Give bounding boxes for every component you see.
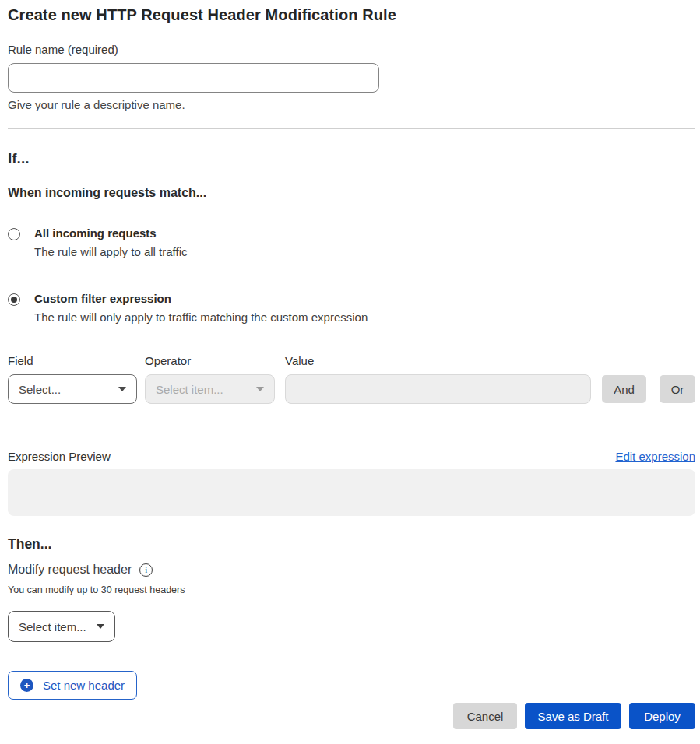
chevron-down-icon xyxy=(256,387,264,391)
rule-name-helper: Give your rule a descriptive name. xyxy=(8,98,695,111)
match-subheading: When incoming requests match... xyxy=(8,186,695,200)
radio-option-all-incoming[interactable]: All incoming requests The rule will appl… xyxy=(8,226,695,258)
rule-name-label: Rule name (required) xyxy=(8,43,695,56)
field-select-value: Select... xyxy=(19,383,61,396)
value-column: Value xyxy=(285,354,591,404)
edit-expression-link[interactable]: Edit expression xyxy=(615,450,695,463)
if-heading: If... xyxy=(8,150,695,167)
rule-name-input[interactable] xyxy=(8,63,379,93)
field-label: Field xyxy=(8,354,137,367)
modify-header-row: Modify request header i xyxy=(8,563,695,577)
create-rule-page: Create new HTTP Request Header Modificat… xyxy=(0,0,700,729)
page-title: Create new HTTP Request Header Modificat… xyxy=(8,6,695,24)
modify-header-label: Modify request header xyxy=(8,563,132,577)
expression-builder-row: Field Select... Operator Select item... … xyxy=(8,354,695,404)
value-input xyxy=(285,374,591,404)
set-new-header-button[interactable]: + Set new header xyxy=(8,671,137,700)
radio-unselected-icon[interactable] xyxy=(8,228,20,240)
footer-actions: Cancel Save as Draft Deploy xyxy=(8,703,695,729)
header-item-select-value: Select item... xyxy=(19,620,86,633)
field-column: Field Select... xyxy=(8,354,137,404)
operator-select-value: Select item... xyxy=(156,383,223,396)
deploy-button[interactable]: Deploy xyxy=(629,703,695,729)
and-button[interactable]: And xyxy=(602,375,646,403)
expression-preview-box xyxy=(8,469,695,516)
cancel-button[interactable]: Cancel xyxy=(453,703,517,729)
radio-option-texts: Custom filter expression The rule will o… xyxy=(34,292,368,324)
value-label: Value xyxy=(285,354,591,367)
radio-option-custom-filter[interactable]: Custom filter expression The rule will o… xyxy=(8,292,695,324)
info-icon[interactable]: i xyxy=(139,563,153,577)
operator-select: Select item... xyxy=(145,374,275,404)
modify-header-helper: You can modify up to 30 request headers xyxy=(8,584,695,595)
operator-label: Operator xyxy=(145,354,275,367)
expression-preview-label: Expression Preview xyxy=(8,450,111,463)
operator-column: Operator Select item... xyxy=(145,354,275,404)
radio-option-texts: All incoming requests The rule will appl… xyxy=(34,226,187,258)
header-item-select[interactable]: Select item... xyxy=(8,611,115,642)
radio-selected-icon[interactable] xyxy=(8,293,20,306)
chevron-down-icon xyxy=(118,387,126,391)
radio-option-label[interactable]: Custom filter expression xyxy=(34,292,368,305)
radio-option-description: The rule will only apply to traffic matc… xyxy=(34,311,368,324)
radio-option-label[interactable]: All incoming requests xyxy=(34,226,187,240)
field-select[interactable]: Select... xyxy=(8,374,137,404)
rule-name-section: Rule name (required) Give your rule a de… xyxy=(8,43,695,111)
save-as-draft-button[interactable]: Save as Draft xyxy=(525,703,621,729)
chevron-down-icon xyxy=(97,624,104,629)
radio-option-description: The rule will apply to all traffic xyxy=(34,245,187,258)
expression-preview-header: Expression Preview Edit expression xyxy=(8,450,695,463)
section-divider xyxy=(8,128,695,129)
plus-icon: + xyxy=(20,679,33,692)
set-new-header-label: Set new header xyxy=(43,679,125,692)
then-heading: Then... xyxy=(8,536,695,553)
or-button[interactable]: Or xyxy=(660,375,695,403)
